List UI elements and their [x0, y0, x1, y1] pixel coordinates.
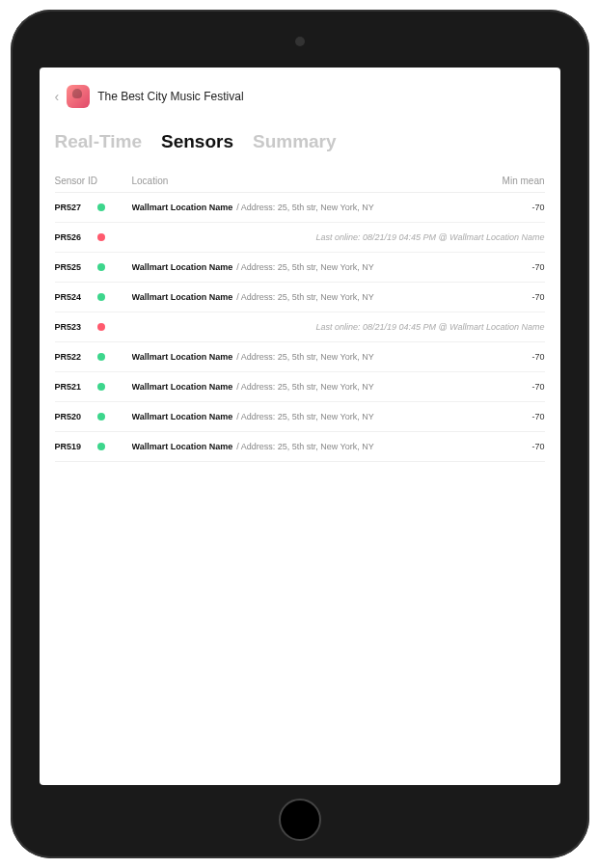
location-cell: Wallmart Location Name/ Address: 25, 5th…: [132, 442, 487, 451]
col-header-id: Sensor ID: [55, 176, 132, 186]
sensor-row[interactable]: PR523Last online: 08/21/19 04:45 PM @ Wa…: [55, 312, 545, 342]
location-name: Wallmart Location Name: [132, 352, 233, 362]
col-header-mean: Min mean: [487, 176, 545, 186]
sensor-id: PR519: [55, 442, 97, 451]
tab-real-time[interactable]: Real-Time: [55, 131, 142, 152]
status-offline-icon: [97, 233, 105, 241]
status-online-icon: [97, 413, 105, 420]
status-offline-icon: [97, 323, 105, 331]
min-mean-value: -70: [487, 262, 545, 272]
location-cell: Wallmart Location Name/ Address: 25, 5th…: [132, 382, 487, 392]
min-mean-value: -70: [487, 412, 545, 421]
tab-sensors[interactable]: Sensors: [161, 131, 233, 152]
location-name: Wallmart Location Name: [132, 412, 233, 421]
sensor-row[interactable]: PR527Wallmart Location Name/ Address: 25…: [55, 193, 545, 223]
sensor-id: PR522: [55, 352, 97, 362]
location-name: Wallmart Location Name: [132, 382, 233, 392]
status-online-icon: [97, 383, 105, 391]
header: ‹ The Best City Music Festival: [55, 85, 545, 108]
offline-message: Last online: 08/21/19 04:45 PM @ Wallmar…: [132, 322, 545, 332]
location-name: Wallmart Location Name: [132, 292, 233, 302]
location-address: / Address: 25, 5th str, New York, NY: [236, 352, 374, 362]
sensor-id: PR526: [55, 232, 97, 242]
location-name: Wallmart Location Name: [132, 262, 233, 272]
min-mean-value: -70: [487, 292, 545, 302]
location-address: / Address: 25, 5th str, New York, NY: [236, 262, 374, 272]
status-online-icon: [97, 203, 105, 211]
location-cell: Wallmart Location Name/ Address: 25, 5th…: [132, 203, 487, 212]
sensor-row[interactable]: PR519Wallmart Location Name/ Address: 25…: [55, 432, 545, 462]
tablet-frame: ‹ The Best City Music Festival Real-Time…: [11, 10, 589, 858]
location-cell: Wallmart Location Name/ Address: 25, 5th…: [132, 352, 487, 362]
location-address: / Address: 25, 5th str, New York, NY: [236, 442, 374, 451]
location-cell: Wallmart Location Name/ Address: 25, 5th…: [132, 292, 487, 302]
table-header: Sensor ID Location Min mean: [55, 170, 545, 193]
min-mean-value: -70: [487, 442, 545, 451]
col-header-location: Location: [132, 176, 487, 186]
tablet-camera: [295, 37, 305, 46]
event-title: The Best City Music Festival: [97, 90, 243, 103]
location-address: / Address: 25, 5th str, New York, NY: [236, 412, 374, 421]
location-name: Wallmart Location Name: [132, 442, 233, 451]
location-address: / Address: 25, 5th str, New York, NY: [236, 203, 374, 212]
sensor-id: PR523: [55, 322, 97, 332]
location-name: Wallmart Location Name: [132, 203, 233, 212]
app-screen: ‹ The Best City Music Festival Real-Time…: [40, 68, 560, 785]
location-address: / Address: 25, 5th str, New York, NY: [236, 292, 374, 302]
sensor-id: PR520: [55, 412, 97, 421]
sensor-id: PR521: [55, 382, 97, 392]
sensor-id: PR527: [55, 203, 97, 212]
event-icon: [67, 85, 90, 108]
sensor-id: PR524: [55, 292, 97, 302]
tab-summary[interactable]: Summary: [253, 131, 337, 152]
sensor-row[interactable]: PR525Wallmart Location Name/ Address: 25…: [55, 253, 545, 283]
sensor-row[interactable]: PR521Wallmart Location Name/ Address: 25…: [55, 372, 545, 402]
status-online-icon: [97, 293, 105, 301]
location-cell: Wallmart Location Name/ Address: 25, 5th…: [132, 262, 487, 272]
location-address: / Address: 25, 5th str, New York, NY: [236, 382, 374, 392]
min-mean-value: -70: [487, 382, 545, 392]
min-mean-value: -70: [487, 203, 545, 212]
offline-message: Last online: 08/21/19 04:45 PM @ Wallmar…: [132, 232, 545, 242]
home-button[interactable]: [279, 799, 321, 841]
location-cell: Wallmart Location Name/ Address: 25, 5th…: [132, 412, 487, 421]
back-chevron-icon[interactable]: ‹: [55, 89, 60, 104]
sensor-row[interactable]: PR520Wallmart Location Name/ Address: 25…: [55, 402, 545, 432]
sensor-table-body: PR527Wallmart Location Name/ Address: 25…: [55, 193, 545, 462]
sensor-row[interactable]: PR524Wallmart Location Name/ Address: 25…: [55, 283, 545, 312]
tab-bar: Real-TimeSensorsSummary: [55, 131, 545, 152]
sensor-row[interactable]: PR522Wallmart Location Name/ Address: 25…: [55, 342, 545, 372]
status-online-icon: [97, 263, 105, 271]
min-mean-value: -70: [487, 352, 545, 362]
status-online-icon: [97, 443, 105, 450]
sensor-id: PR525: [55, 262, 97, 272]
sensor-row[interactable]: PR526Last online: 08/21/19 04:45 PM @ Wa…: [55, 223, 545, 253]
status-online-icon: [97, 353, 105, 361]
